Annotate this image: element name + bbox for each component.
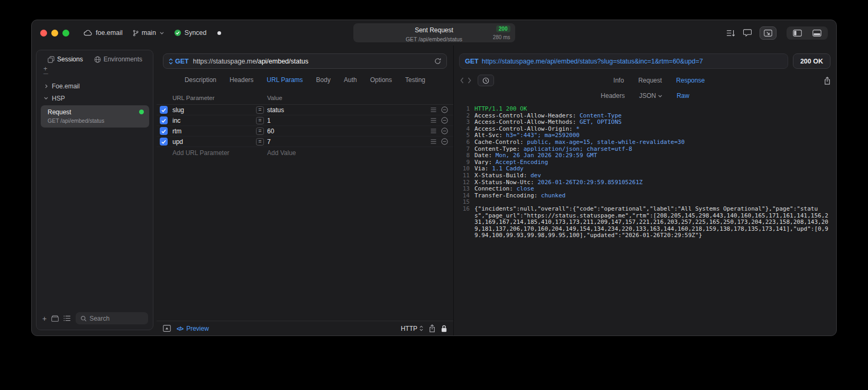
panel-toggle-group — [787, 26, 828, 40]
param-name[interactable]: rtm — [172, 128, 256, 135]
url-host: https://statuspage.me — [193, 58, 257, 65]
response-method: GET — [465, 58, 479, 65]
add-session-icon[interactable]: + — [43, 66, 153, 71]
window-controls — [40, 30, 69, 37]
equals-type-icon[interactable]: = — [256, 117, 264, 124]
layout-popout-icon[interactable] — [760, 26, 776, 40]
param-name[interactable]: upd — [172, 138, 256, 146]
param-row[interactable]: slug = status — [157, 105, 453, 115]
tree-item-foe-email[interactable]: Foe.email — [41, 80, 149, 92]
param-checkbox[interactable] — [160, 127, 168, 135]
response-tab-response[interactable]: Response — [676, 77, 705, 84]
param-value[interactable]: status — [267, 106, 431, 114]
request-tab-url-params[interactable]: URL Params — [267, 76, 303, 84]
response-request-url[interactable]: GET https://statuspage.me/api/embed/stat… — [459, 53, 788, 69]
row-menu-icon[interactable] — [431, 139, 436, 144]
tree-item-label: Foe.email — [52, 83, 80, 90]
param-row[interactable]: rtm = 60 — [157, 126, 453, 137]
preview-button[interactable]: </> Preview — [177, 325, 209, 332]
request-active-dot — [139, 110, 144, 114]
tab-environments[interactable]: Environments — [94, 56, 142, 63]
response-url: https://statuspage.me/api/embed/status?s… — [482, 58, 703, 65]
sort-requests-icon[interactable] — [726, 30, 735, 37]
close-window-button[interactable] — [40, 30, 47, 37]
add-value-placeholder[interactable]: Add Value — [267, 149, 448, 157]
equals-type-icon[interactable]: = — [256, 138, 264, 146]
param-row-actions — [431, 117, 448, 124]
history-forward-icon[interactable] — [468, 77, 471, 84]
param-row[interactable]: inc = 1 — [157, 115, 453, 126]
tree-item-hsp[interactable]: HSP — [41, 92, 149, 104]
request-tab-description[interactable]: Description — [185, 76, 216, 84]
param-rows: slug = status inc = 1 rt — [157, 105, 453, 147]
sort-list-icon[interactable] — [63, 315, 71, 321]
history-back-icon[interactable] — [460, 77, 464, 84]
send-refresh-icon[interactable] — [434, 58, 441, 65]
row-menu-icon[interactable] — [431, 118, 436, 123]
response-tabs: InfoRequestResponse — [498, 77, 820, 84]
request-tab-headers[interactable]: Headers — [230, 76, 253, 84]
remove-row-icon[interactable] — [441, 128, 448, 134]
protocol-select[interactable]: HTTP — [401, 325, 423, 332]
request-tab-auth[interactable]: Auth — [344, 76, 357, 84]
param-name[interactable]: inc — [172, 117, 256, 124]
request-status-capsule[interactable]: Sent Request 200 GET /api/embed/status 2… — [353, 23, 515, 42]
share-icon[interactable] — [429, 324, 435, 332]
remove-row-icon[interactable] — [441, 106, 448, 113]
row-menu-icon[interactable] — [431, 107, 436, 112]
request-tab-options[interactable]: Options — [370, 76, 392, 84]
response-tab-info[interactable]: Info — [614, 77, 624, 84]
tree-item-label: HSP — [52, 95, 65, 102]
request-tab-testing[interactable]: Testing — [405, 76, 425, 84]
param-checkbox[interactable] — [160, 116, 168, 124]
checkmark-icon — [161, 129, 166, 133]
response-tab-request[interactable]: Request — [638, 77, 662, 84]
response-subtab-headers[interactable]: Headers — [601, 92, 625, 99]
request-item[interactable]: Request GET /api/embed/status — [41, 105, 149, 128]
toggle-bottom-panel-icon[interactable] — [807, 30, 827, 37]
branch-menu[interactable]: main — [132, 29, 164, 37]
request-url-bar[interactable]: GET https://statuspage.me/api/embed/stat… — [163, 53, 447, 69]
toggle-sidebar-icon[interactable] — [788, 30, 807, 37]
response-line: 16{"incidents":null,"overall":{"code":"o… — [456, 206, 830, 239]
param-value[interactable]: 60 — [267, 128, 431, 135]
param-value[interactable]: 1 — [267, 117, 431, 124]
history-clock-icon[interactable] — [478, 75, 494, 86]
export-response-icon[interactable] — [824, 77, 830, 85]
toggle-console-icon[interactable] — [163, 325, 171, 332]
param-value[interactable]: 7 — [267, 138, 431, 146]
new-group-icon[interactable] — [51, 315, 59, 322]
response-subtab-raw[interactable]: Raw — [677, 92, 689, 99]
request-tabs: DescriptionHeadersURL ParamsBodyAuthOpti… — [157, 69, 453, 87]
minimize-window-button[interactable] — [51, 30, 58, 37]
request-tab-body[interactable]: Body — [316, 76, 331, 84]
param-name[interactable]: slug — [172, 106, 256, 114]
capsule-request: GET /api/embed/status — [406, 36, 462, 42]
project-menu[interactable]: foe.email — [83, 29, 123, 37]
equals-type-icon[interactable]: = — [256, 106, 264, 114]
sessions-icon — [48, 56, 54, 63]
param-checkbox[interactable] — [160, 138, 168, 146]
collapse-all-icon[interactable]: — — [43, 71, 153, 76]
sync-status[interactable]: Synced — [173, 29, 207, 37]
param-row[interactable]: upd = 7 — [157, 137, 453, 147]
tab-sessions[interactable]: Sessions — [47, 56, 83, 63]
lock-icon[interactable] — [441, 325, 447, 332]
add-param-placeholder[interactable]: Add URL Parameter — [172, 149, 256, 157]
method-select[interactable]: GET — [169, 58, 189, 65]
row-menu-icon[interactable] — [431, 129, 436, 133]
remove-row-icon[interactable] — [441, 117, 448, 124]
equals-type-icon[interactable]: = — [256, 128, 264, 135]
response-pane: GET https://statuspage.me/api/embed/stat… — [454, 46, 836, 335]
remove-row-icon[interactable] — [441, 138, 448, 145]
response-body[interactable]: 1HTTP/1.1 200 OK2Access-Control-Allow-He… — [454, 103, 836, 335]
add-param-row[interactable]: Add URL Parameter Add Value — [157, 147, 453, 159]
param-row-actions — [431, 128, 448, 134]
sidebar-search-field[interactable]: Search — [76, 312, 148, 324]
response-subtab-json[interactable]: JSON — [639, 92, 662, 99]
feedback-icon[interactable] — [743, 29, 752, 37]
param-checkbox[interactable] — [160, 106, 168, 114]
fullscreen-window-button[interactable] — [62, 30, 69, 37]
add-request-icon[interactable]: + — [42, 316, 47, 321]
request-url-input[interactable]: https://statuspage.me/api/embed/status — [193, 58, 430, 65]
